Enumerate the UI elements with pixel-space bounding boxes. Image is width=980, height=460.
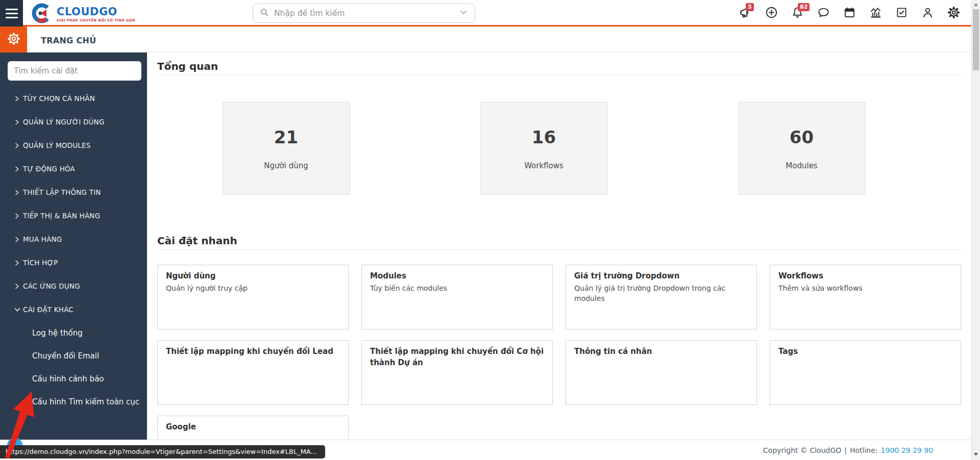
- add-icon: [765, 6, 778, 21]
- tasks-button[interactable]: [894, 6, 909, 20]
- cloudgo-logo[interactable]: CLOUDGO GIẢI PHÁP CHUYỂN ĐỔI SỐ TINH GỌN: [32, 3, 135, 25]
- sidebar-item-ti-p-th-b-n-h-ng[interactable]: TIẾP THỊ & BÁN HÀNG: [0, 204, 147, 227]
- sidebar-search-input[interactable]: [8, 61, 141, 81]
- profile-button[interactable]: [920, 6, 935, 20]
- quick-card-title: Thông tin cá nhân: [574, 346, 748, 357]
- quick-card-title: Workflows: [778, 271, 952, 282]
- quick-card-desc: Thêm và sửa workflows: [778, 283, 952, 293]
- copyright-text: Copyright © CloudGO: [763, 446, 841, 454]
- calendar-button[interactable]: [842, 6, 856, 20]
- settings-button[interactable]: [946, 6, 961, 20]
- quick-settings-section-title: Cài đặt nhanh: [157, 234, 961, 248]
- quick-card-desc: Tùy biến các modules: [370, 283, 544, 293]
- sidebar-item-t-ch-h-p[interactable]: TÍCH HỢP: [0, 251, 147, 274]
- chevron-right-icon: [14, 95, 23, 102]
- quick-card-title: Modules: [370, 271, 544, 282]
- stat-card: 60 Modules: [738, 102, 866, 195]
- overview-section-title: Tổng quan: [157, 59, 961, 73]
- sidebar-item-c-c-ng-d-ng[interactable]: CÁC ỨNG DỤNG: [0, 274, 147, 298]
- stat-value: 16: [532, 127, 556, 147]
- quick-setting-card[interactable]: Modules Tùy biến các modules: [361, 265, 553, 329]
- add-button[interactable]: [764, 6, 778, 20]
- chevron-down-icon: [14, 306, 23, 313]
- sidebar-subitem[interactable]: Cấu hình Tìm kiếm toàn cục: [0, 390, 147, 413]
- logo-tagline: GIẢI PHÁP CHUYỂN ĐỔI SỐ TINH GỌN: [57, 18, 135, 22]
- chevron-right-icon: [14, 119, 23, 125]
- quick-settings-grid: Người dùng Quản lý người truy cập Module…: [157, 265, 961, 440]
- quick-card-desc: Quản lý giá trị trường Dropdown trong cá…: [574, 283, 748, 304]
- sidebar-item-t-y-ch-n-c-nh-n[interactable]: TÙY CHỌN CÁ NHÂN: [0, 87, 147, 110]
- global-search-input[interactable]: [274, 9, 458, 18]
- top-icon-bar: 3 82: [738, 0, 961, 27]
- chevron-right-icon: [14, 142, 23, 149]
- sidebar-item-t-ng-h-a[interactable]: TỰ ĐỘNG HÓA: [0, 157, 147, 181]
- quick-setting-card[interactable]: Thiết lập mapping khi chuyển đổi Cơ hội …: [361, 340, 553, 405]
- sidebar-item-c-i-t-kh-c[interactable]: CÀI ĐẶT KHÁC: [0, 298, 147, 321]
- notification-badge: 82: [798, 3, 810, 11]
- gear-icon: [6, 31, 21, 48]
- tasks-icon: [895, 6, 909, 21]
- chat-icon: [817, 6, 830, 21]
- quick-setting-card[interactable]: Giá trị trường Dropdown Quản lý giá trị …: [566, 265, 757, 329]
- page-title: TRANG CHỦ: [41, 28, 96, 53]
- quick-card-title: Người dùng: [166, 271, 340, 282]
- quick-setting-card[interactable]: Người dùng Quản lý người truy cập: [157, 265, 349, 329]
- sidebar-item-mua-h-ng[interactable]: MUA HÀNG: [0, 227, 147, 251]
- settings-module-box[interactable]: [0, 27, 27, 53]
- quick-card-title: Tags: [778, 346, 952, 357]
- sidebar-item-thi-t-l-p-th-ng-tin[interactable]: THIẾT LẬP THÔNG TIN: [0, 181, 147, 204]
- stat-value: 21: [274, 127, 298, 147]
- chevron-right-icon: [14, 189, 23, 196]
- settings-icon: [947, 6, 961, 21]
- footer-separator: |: [844, 446, 847, 454]
- module-bar: TRANG CHỦ: [0, 28, 980, 53]
- stat-label: Workflows: [524, 161, 564, 170]
- hotline-label: Hotline:: [850, 446, 878, 454]
- quick-card-title: Thiết lập mapping khi chuyển đổi Lead: [166, 346, 340, 357]
- analytics-icon: [869, 6, 883, 21]
- global-search: [253, 4, 475, 23]
- scrollbar-thumb[interactable]: [973, 9, 979, 70]
- cloudgo-logo-icon: [32, 3, 52, 25]
- quick-card-title: Google: [166, 422, 340, 433]
- chevron-right-icon: [14, 283, 23, 290]
- chevron-right-icon: [14, 166, 23, 172]
- notification-badge: 3: [746, 3, 754, 11]
- sidebar-search: [8, 61, 141, 81]
- sidebar-subitem[interactable]: Cấu hình cảnh báo: [0, 367, 147, 390]
- sidebar-menu: TÙY CHỌN CÁ NHÂN QUẢN LÝ NGƯỜI DÙNG QUẢN…: [0, 87, 147, 413]
- chevron-down-icon[interactable]: [458, 7, 469, 19]
- link-status-tooltip: https://demo.cloudgo.vn/index.php?module…: [0, 445, 325, 458]
- stat-card: 16 Workflows: [480, 102, 608, 195]
- overview-stats: 21 Người dùng 16 Workflows 60 Modules: [157, 102, 961, 195]
- scrollbar-up-arrow[interactable]: [974, 3, 978, 6]
- quick-setting-card[interactable]: Tags: [770, 340, 961, 405]
- quick-setting-card[interactable]: Google: [157, 416, 349, 440]
- announcement-button[interactable]: 3: [738, 6, 752, 20]
- hamburger-menu-button[interactable]: [0, 0, 23, 27]
- search-icon: [259, 7, 270, 19]
- stat-label: Modules: [786, 161, 817, 170]
- page-scrollbar: [971, 0, 980, 460]
- top-bar: CLOUDGO GIẢI PHÁP CHUYỂN ĐỔI SỐ TINH GỌN…: [0, 0, 980, 27]
- quick-card-title: Giá trị trường Dropdown: [574, 271, 748, 282]
- stat-label: Người dùng: [264, 161, 308, 170]
- calendar-icon: [843, 6, 856, 21]
- hotline-number[interactable]: 1900 29 29 90: [881, 446, 933, 454]
- quick-setting-card[interactable]: Thiết lập mapping khi chuyển đổi Lead: [157, 340, 349, 405]
- sidebar-subitem[interactable]: Log hệ thống: [0, 321, 147, 344]
- quick-card-title: Thiết lập mapping khi chuyển đổi Cơ hội …: [370, 346, 544, 369]
- main-content: Tổng quan 21 Người dùng 16 Workflows 60 …: [147, 53, 971, 440]
- profile-icon: [921, 6, 935, 21]
- quick-setting-card[interactable]: Workflows Thêm và sửa workflows: [770, 265, 961, 329]
- chat-button[interactable]: [816, 6, 830, 20]
- scrollbar-down-arrow[interactable]: [974, 453, 978, 456]
- quick-setting-card[interactable]: Thông tin cá nhân: [566, 340, 757, 405]
- chevron-right-icon: [14, 213, 23, 219]
- sidebar-subitem[interactable]: Chuyển đổi Email: [0, 344, 147, 367]
- sidebar-item-qu-n-l-modules[interactable]: QUẢN LÝ MODULES: [0, 134, 147, 157]
- sidebar-item-qu-n-l-ng-i-d-ng[interactable]: QUẢN LÝ NGƯỜI DÙNG: [0, 110, 147, 134]
- notifications-button[interactable]: 82: [790, 6, 804, 20]
- analytics-button[interactable]: [868, 6, 883, 20]
- stat-card: 21 Người dùng: [223, 102, 350, 195]
